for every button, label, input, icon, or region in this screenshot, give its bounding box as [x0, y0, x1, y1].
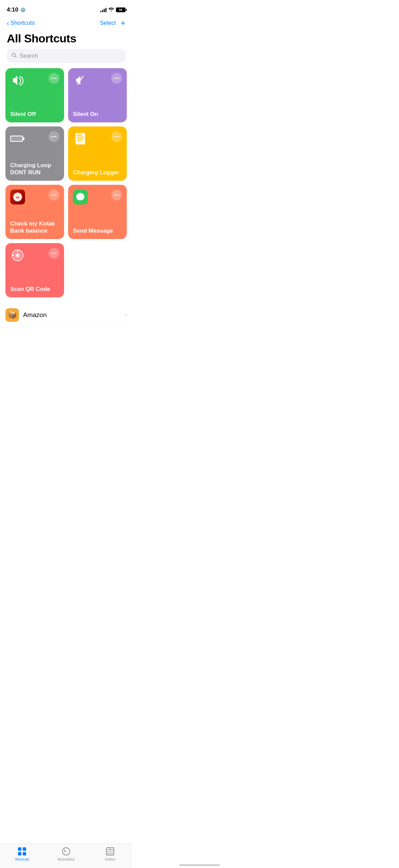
silent-off-label: Silent Off — [10, 108, 59, 118]
svg-rect-6 — [77, 135, 82, 136]
svg-rect-15 — [17, 250, 18, 252]
shortcut-card-send-message[interactable]: ••• Send Message — [68, 185, 127, 239]
select-button[interactable]: Select — [100, 20, 116, 26]
charging-logger-label: Charging Logger — [73, 166, 122, 176]
shortcut-card-charging-logger[interactable]: ••• Charging Logger — [68, 126, 127, 181]
search-placeholder: Search — [20, 53, 38, 59]
svg-text:∞: ∞ — [16, 195, 19, 200]
shortcut-card-scan-qr[interactable]: ••• Scan QR Code — [5, 243, 64, 297]
silent-on-label: Silent On — [73, 108, 122, 118]
svg-line-1 — [15, 56, 17, 58]
send-message-more-button[interactable]: ••• — [111, 190, 122, 200]
back-label: Shortcuts — [11, 20, 35, 26]
scan-qr-label: Scan QR Code — [10, 283, 59, 293]
kotak-balance-more-button[interactable]: ••• — [48, 190, 59, 200]
messages-app-icon — [73, 190, 88, 204]
wifi-icon — [108, 7, 114, 13]
charging-loop-icon — [10, 131, 25, 146]
more-dots-icon: ••• — [114, 134, 120, 139]
charging-logger-icon — [73, 131, 88, 146]
signal-icon — [100, 7, 106, 12]
more-dots-icon: ••• — [51, 251, 57, 256]
svg-rect-9 — [77, 140, 82, 141]
kotak-balance-label: Check my Kotak Bank balance — [10, 218, 59, 234]
search-icon — [12, 53, 17, 59]
shortcut-card-silent-off[interactable]: ••• Silent Off — [5, 68, 64, 122]
search-container: Search — [0, 49, 132, 68]
shortcuts-grid: ••• Silent Off ••• Silent On — [0, 68, 132, 303]
silent-off-icon — [10, 73, 25, 88]
silent-off-more-button[interactable]: ••• — [48, 73, 59, 84]
page-title: All Shortcuts — [0, 31, 132, 49]
navigation-bar: ‹ Shortcuts Select + — [0, 17, 132, 31]
folders-section: 📦 Amazon › — [0, 303, 132, 332]
amazon-folder-icon: 📦 — [5, 308, 19, 322]
amazon-folder-name: Amazon — [23, 311, 121, 319]
status-icons: 95 — [100, 7, 125, 13]
shortcut-card-kotak-balance[interactable]: ∞ ••• Check my Kotak Bank balance — [5, 185, 64, 239]
folder-item-amazon[interactable]: 📦 Amazon › — [5, 304, 127, 326]
svg-point-14 — [16, 254, 19, 257]
charging-loop-more-button[interactable]: ••• — [48, 131, 59, 142]
silent-on-more-button[interactable]: ••• — [111, 73, 122, 84]
more-dots-icon: ••• — [114, 193, 120, 197]
svg-rect-8 — [77, 138, 84, 139]
scan-qr-more-button[interactable]: ••• — [48, 248, 59, 259]
charging-logger-more-button[interactable]: ••• — [111, 131, 122, 142]
shortcut-card-charging-loop[interactable]: ••• Charging Loop DONT RUN — [5, 126, 64, 181]
search-bar[interactable]: Search — [7, 49, 125, 63]
more-dots-icon: ••• — [51, 76, 57, 81]
charging-loop-label: Charging Loop DONT RUN — [10, 159, 59, 176]
svg-rect-4 — [23, 137, 24, 140]
svg-rect-7 — [77, 137, 84, 137]
battery-icon: 95 — [116, 7, 125, 12]
svg-rect-3 — [11, 136, 23, 141]
back-chevron-icon: ‹ — [7, 20, 9, 26]
more-dots-icon: ••• — [51, 193, 57, 197]
status-bar: 4:10 ⚙️ 95 — [0, 0, 132, 17]
kotak-app-icon: ∞ — [10, 190, 25, 204]
more-dots-icon: ••• — [114, 76, 120, 81]
svg-rect-16 — [12, 255, 14, 256]
scan-qr-icon — [10, 248, 25, 263]
add-shortcut-button[interactable]: + — [121, 18, 125, 28]
back-button[interactable]: ‹ Shortcuts — [7, 20, 35, 26]
amazon-folder-chevron-icon: › — [125, 312, 127, 318]
shortcut-card-silent-on[interactable]: ••• Silent On — [68, 68, 127, 122]
settings-icon: ⚙️ — [20, 7, 26, 13]
more-dots-icon: ••• — [51, 134, 57, 139]
silent-on-icon — [73, 73, 88, 88]
status-time: 4:10 ⚙️ — [7, 6, 26, 13]
send-message-label: Send Message — [73, 225, 122, 234]
